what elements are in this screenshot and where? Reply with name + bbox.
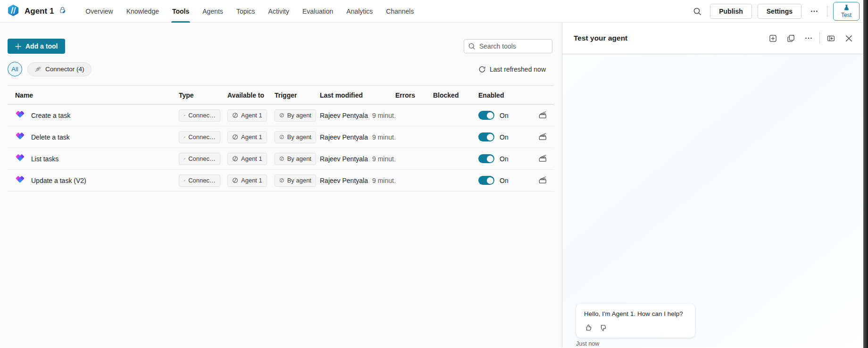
enabled-label: On [500, 133, 509, 141]
table-header-row: Name Type Available to Trigger Last modi… [8, 85, 554, 105]
col-header-name[interactable]: Name [8, 91, 179, 99]
modified-by: Rajeev Pentyala [320, 112, 368, 119]
available-to-badge: Agent 1 [227, 153, 267, 165]
panel-more-button[interactable] [801, 31, 816, 45]
available-to-badge: Agent 1 [227, 174, 267, 187]
plug-icon [184, 112, 185, 119]
tab-agents[interactable]: Agents [196, 0, 230, 23]
type-badge: Connec… [179, 131, 220, 143]
tab-knowledge[interactable]: Knowledge [120, 0, 166, 23]
table-row[interactable]: List tasks Connec… Agent 1 By agent Raje… [8, 148, 554, 170]
tab-topics[interactable]: Topics [230, 0, 262, 23]
add-tool-button[interactable]: Add a tool [8, 39, 65, 54]
search-button[interactable] [690, 4, 704, 18]
test-button-label: Test [841, 12, 851, 18]
lock-edit-icon [58, 6, 67, 16]
col-header-blocked[interactable]: Blocked [433, 91, 475, 99]
col-header-trigger[interactable]: Trigger [275, 91, 320, 99]
modified-time: 9 minut… [372, 133, 395, 141]
tools-filter-row: All Connector (4) Last refreshed now [8, 62, 552, 76]
table-row[interactable]: Delete a task Connec… Agent 1 By agent R… [8, 126, 554, 148]
tab-overview[interactable]: Overview [79, 0, 119, 23]
more-options-button[interactable] [807, 4, 821, 18]
filter-connector-pill[interactable]: Connector (4) [27, 62, 92, 76]
agent-icon [232, 177, 238, 183]
thumbs-up-icon [584, 323, 593, 332]
filter-connector-label: Connector (4) [45, 66, 84, 73]
plug-icon [184, 134, 185, 141]
modified-by: Rajeev Pentyala [320, 133, 368, 141]
tab-evaluation[interactable]: Evaluation [296, 0, 340, 23]
agent-icon [279, 156, 284, 162]
planner-tool-icon [15, 110, 25, 121]
trigger-badge: By agent [275, 153, 316, 165]
available-to-badge: Agent 1 [227, 131, 267, 143]
type-badge: Connec… [179, 174, 220, 187]
toolbox-icon[interactable] [538, 132, 548, 143]
trigger-badge: By agent [275, 109, 316, 122]
col-header-enabled[interactable]: Enabled [475, 91, 531, 99]
modified-by: Rajeev Pentyala [320, 177, 368, 184]
page-title: Agent 1 [25, 7, 54, 16]
search-tools-input[interactable] [464, 39, 552, 53]
plus-square-icon [768, 34, 777, 43]
table-row[interactable]: Update a task (V2) Connec… Agent 1 By ag… [8, 170, 554, 191]
modified-time: 9 minut… [372, 177, 395, 184]
plug-icon [184, 177, 185, 184]
enabled-toggle[interactable] [478, 111, 494, 120]
modified-by: Rajeev Pentyala [320, 155, 368, 163]
tab-activity[interactable]: Activity [262, 0, 296, 23]
agent-icon [232, 112, 238, 118]
tool-name: Create a task [31, 112, 70, 119]
enabled-toggle[interactable] [478, 133, 494, 141]
tool-name: List tasks [31, 155, 58, 163]
col-header-errors[interactable]: Errors [395, 91, 433, 99]
tool-name: Update a task (V2) [31, 177, 86, 184]
toolbox-icon[interactable] [538, 175, 548, 186]
enabled-label: On [500, 155, 509, 163]
refresh-icon [478, 66, 486, 73]
publish-button[interactable]: Publish [710, 4, 752, 19]
agent-icon [279, 177, 284, 183]
dock-panel-button[interactable] [824, 31, 838, 45]
test-panel-header: Test your agent [562, 23, 868, 54]
table-row[interactable]: Create a task Connec… Agent 1 By agent R… [8, 105, 554, 126]
enabled-toggle[interactable] [478, 176, 494, 185]
tab-analytics[interactable]: Analytics [340, 0, 379, 23]
agent-icon [232, 156, 238, 162]
tab-channels[interactable]: Channels [379, 0, 420, 23]
agent-brand: Agent 1 [7, 4, 67, 19]
toolbox-icon[interactable] [538, 110, 548, 121]
new-conversation-button[interactable] [766, 31, 780, 45]
modified-time: 9 minut… [372, 112, 395, 119]
test-button[interactable]: Test [833, 2, 860, 21]
tools-table: Name Type Available to Trigger Last modi… [8, 85, 554, 191]
activity-map-button[interactable] [784, 31, 798, 45]
tools-toolbar: Add a tool [8, 39, 552, 54]
more-horizontal-icon [810, 7, 818, 16]
thumbs-down-button[interactable] [599, 323, 607, 332]
col-header-modified[interactable]: Last modified [320, 91, 395, 99]
close-panel-button[interactable] [842, 31, 856, 45]
filter-all-pill[interactable]: All [8, 62, 22, 76]
chat-canvas: Hello, I'm Agent 1. How can I help? [562, 54, 868, 348]
col-header-type[interactable]: Type [179, 91, 227, 99]
test-panel-actions [766, 31, 856, 45]
settings-button[interactable]: Settings [758, 4, 801, 19]
col-header-available[interactable]: Available to [227, 91, 275, 99]
topbar-actions: Publish Settings Test [690, 2, 860, 21]
agent-icon [279, 112, 284, 118]
tools-main-pane: Add a tool All [0, 23, 562, 348]
plug-icon [34, 66, 42, 73]
refresh-status[interactable]: Last refreshed now [478, 66, 546, 73]
test-panel-title: Test your agent [574, 34, 627, 42]
topbar-divider [827, 6, 827, 17]
type-badge: Connec… [179, 153, 220, 165]
content-area: Add a tool All [0, 23, 868, 348]
enabled-toggle[interactable] [478, 154, 494, 163]
thumbs-up-button[interactable] [584, 323, 593, 332]
bot-message-text: Hello, I'm Agent 1. How can I help? [584, 310, 687, 317]
toolbox-icon[interactable] [538, 153, 548, 165]
tab-tools[interactable]: Tools [166, 0, 196, 23]
planner-tool-icon [15, 132, 25, 143]
